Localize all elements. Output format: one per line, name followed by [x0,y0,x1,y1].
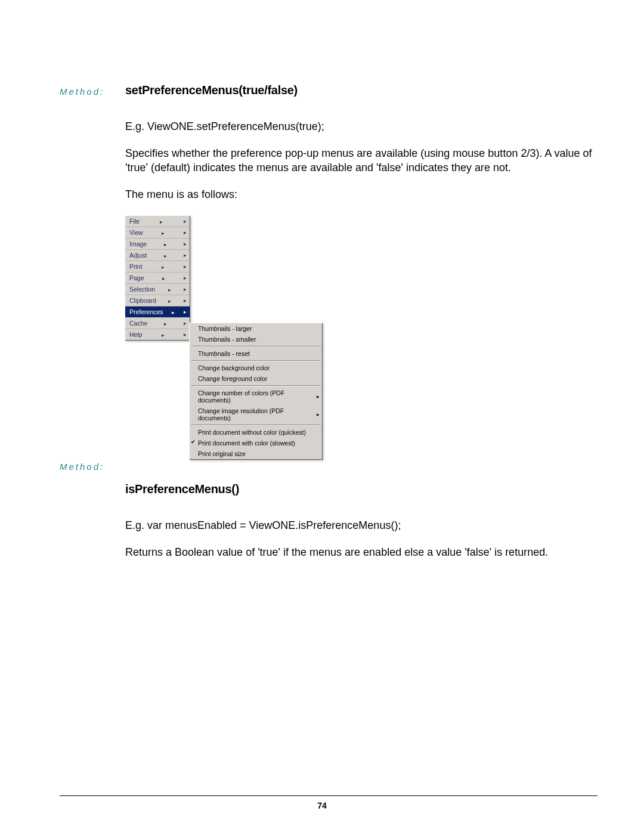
menu-item-label: Help [129,331,143,338]
context-menu-main: File View Image Adjust Print Page Select… [125,215,190,340]
submenu-item-fg-color[interactable]: Change foreground color [190,373,322,384]
submenu-arrow-icon [162,263,165,270]
submenu-item-print-nocolor[interactable]: Print document without color (quickest) [190,427,322,438]
menu-item-file[interactable]: File [125,216,190,227]
menu-item-cache[interactable]: Cache [125,318,190,329]
menu-item-help[interactable]: Help [125,329,190,340]
menu-item-label: Page [129,274,144,281]
submenu-item-label: Change number of colors (PDF documents) [198,389,317,404]
submenu-arrow-icon [164,240,167,247]
menu-item-label: Clipboard [129,297,156,304]
menu-item-label: Image [129,240,147,247]
menu-divider [191,425,321,426]
context-submenu-preferences: Thumbnails - larger Thumbnails - smaller… [189,323,323,460]
menu-item-print[interactable]: Print [125,261,190,272]
submenu-item-label: Change foreground color [198,375,267,382]
menu-item-clipboard[interactable]: Clipboard [125,295,190,306]
submenu-item-label: Change background color [198,364,270,371]
submenu-arrow-icon [164,320,167,327]
menu-item-label: File [129,218,140,225]
menu-item-image[interactable]: Image [125,239,190,250]
submenu-item-label: Thumbnails - reset [198,350,250,357]
menu-item-label: Adjust [129,252,147,259]
menu-item-label: Selection [129,286,155,293]
menu-item-adjust[interactable]: Adjust [125,250,190,261]
submenu-arrow-icon [162,274,165,281]
menu-item-page[interactable]: Page [125,272,190,284]
menu-item-view[interactable]: View [125,227,190,239]
submenu-item-print-original[interactable]: Print original size [190,448,322,459]
menu-divider [191,360,321,361]
submenu-arrow-icon: ▸ [317,411,320,417]
page-number: 74 [0,801,644,810]
submenu-item-pdf-colors[interactable]: Change number of colors (PDF documents)▸ [190,388,322,405]
submenu-item-label: Thumbnails - larger [198,325,252,332]
menu-item-label: Print [129,263,143,270]
menu-item-label: View [129,229,143,236]
example-code: E.g. ViewONE.setPreferenceMenus(true); [125,120,596,134]
submenu-item-label: Thumbnails - smaller [198,336,256,343]
menu-item-label: Preferences [129,308,163,315]
heading-isPreferenceMenus: isPreferenceMenus() [125,482,596,496]
submenu-item-pdf-resolution[interactable]: Change image resolution (PDF documents)▸ [190,405,322,423]
description-text: Returns a Boolean value of 'true' if the… [125,546,596,559]
heading-setPreferenceMenus: setPreferenceMenus(true/false) [125,83,596,97]
description-text: Specifies whether the preference pop-up … [125,147,596,175]
submenu-item-label: Print document without color (quickest) [198,429,306,436]
menu-item-label: Cache [129,320,147,327]
menu-intro-text: The menu is as follows: [125,188,596,202]
menu-item-selection[interactable]: Selection [125,284,190,295]
section-setPreferenceMenus: setPreferenceMenus(true/false) E.g. View… [125,83,596,448]
method-label: Method: [60,462,113,472]
submenu-item-label: Change image resolution (PDF documents) [198,407,317,422]
submenu-arrow-icon [172,308,175,315]
section-isPreferenceMenus: isPreferenceMenus() E.g. var menusEnable… [125,482,596,560]
submenu-item-thumb-smaller[interactable]: Thumbnails - smaller [190,334,322,345]
footer-rule [60,795,597,796]
submenu-item-thumb-reset[interactable]: Thumbnails - reset [190,348,322,359]
checkmark-icon: ✔ [191,439,196,445]
menu-divider [191,346,321,347]
menu-screenshot: File View Image Adjust Print Page Select… [125,215,596,448]
submenu-arrow-icon [162,229,165,236]
submenu-arrow-icon [160,218,163,225]
menu-item-preferences[interactable]: Preferences [125,306,190,318]
method-label: Method: [60,86,113,97]
menu-divider [191,385,321,386]
page: Method: setPreferenceMenus(true/false) E… [0,0,644,833]
example-code: E.g. var menusEnabled = ViewONE.isPrefer… [125,519,596,532]
submenu-arrow-icon [164,252,167,259]
submenu-arrow-icon [168,286,171,293]
submenu-arrow-icon [168,297,171,304]
submenu-item-label: Print original size [198,450,246,457]
submenu-arrow-icon: ▸ [317,394,320,400]
submenu-arrow-icon [162,331,165,338]
submenu-item-thumb-larger[interactable]: Thumbnails - larger [190,323,322,334]
submenu-item-print-color[interactable]: ✔Print document with color (slowest) [190,438,322,448]
submenu-item-bg-color[interactable]: Change background color [190,363,322,373]
submenu-item-label: Print document with color (slowest) [198,439,295,447]
